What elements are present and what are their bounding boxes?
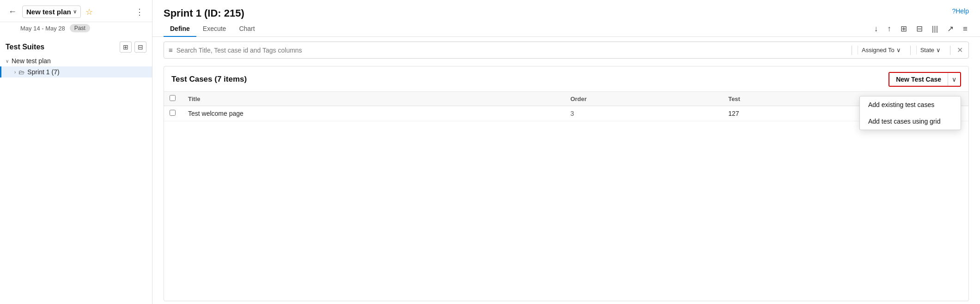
- state-filter[interactable]: State ∨: [916, 46, 944, 54]
- back-button[interactable]: ←: [6, 6, 19, 18]
- favorite-star-icon[interactable]: ☆: [85, 7, 93, 17]
- assigned-to-filter[interactable]: Assigned To ∨: [858, 46, 905, 54]
- state-label: State: [920, 47, 934, 54]
- test-suites-title: Test Suites: [6, 43, 44, 51]
- test-cases-header: Test Cases (7 items) New Test Case ∨: [164, 66, 968, 92]
- main-header: Sprint 1 (ID: 215) ?Help: [152, 0, 980, 19]
- col-test: Test: [723, 92, 855, 106]
- expand-icon[interactable]: ↗: [946, 23, 955, 35]
- root-suite-label: New test plan: [12, 57, 51, 65]
- row-test-id: 127: [723, 106, 855, 121]
- sprint-title: Sprint 1 (ID: 215): [164, 7, 244, 19]
- test-cases-section: Test Cases (7 items) New Test Case ∨ Tit…: [164, 66, 969, 301]
- state-chevron: ∨: [936, 47, 941, 54]
- test-cases-table-container: Title Order Test te Test welcome page 3 …: [164, 92, 968, 121]
- add-test-cases-grid-item[interactable]: Add test cases using grid: [860, 113, 961, 130]
- search-filter-icon: ≡: [169, 46, 173, 54]
- collapse-suite-button[interactable]: ⊟: [134, 42, 146, 53]
- main-content: Sprint 1 (ID: 215) ?Help Define Execute …: [152, 0, 980, 304]
- toolbar-icons: ↓ ↑ ⊞ ⊟ ||| ↗ ≡: [873, 23, 969, 35]
- search-close-icon[interactable]: ✕: [956, 45, 964, 55]
- suite-folder-icon: 🗁: [18, 69, 24, 76]
- more-options-icon[interactable]: ⋮: [133, 6, 146, 18]
- plan-title-button[interactable]: New test plan ∨: [22, 6, 81, 18]
- assigned-to-chevron: ∨: [896, 47, 901, 54]
- assigned-to-label: Assigned To: [862, 47, 895, 54]
- filter-separator-3: [950, 46, 950, 55]
- column-view-icon[interactable]: ⊟: [915, 23, 924, 35]
- grid-view-icon[interactable]: ⊞: [899, 23, 908, 35]
- test-suites-heading: Test Suites ⊞ ⊟: [0, 37, 152, 55]
- new-test-case-button[interactable]: New Test Case: [889, 73, 948, 86]
- table-header-row: Title Order Test te: [164, 92, 968, 106]
- child-suite-item[interactable]: › 🗁 Sprint 1 (7): [0, 66, 152, 77]
- sidebar-header: ← New test plan ∨ ☆ ⋮: [0, 0, 152, 22]
- test-cases-title: Test Cases (7 items): [171, 75, 889, 84]
- help-link[interactable]: ?Help: [952, 7, 969, 15]
- tab-chart[interactable]: Chart: [232, 21, 261, 37]
- date-range-label: May 14 - May 28: [20, 25, 65, 32]
- child-suite-label: Sprint 1 (7): [27, 68, 59, 76]
- filter-separator-2: [910, 46, 911, 55]
- col-checkbox: [164, 92, 183, 106]
- search-bar: ≡ Assigned To ∨ State ∨ ✕: [164, 42, 969, 59]
- sidebar-date-row: May 14 - May 28 Past: [0, 22, 152, 37]
- col-order: Order: [565, 92, 723, 106]
- new-test-case-dropdown-button[interactable]: ∨: [948, 73, 960, 86]
- root-suite-chevron: ∨: [6, 59, 9, 64]
- tab-execute[interactable]: Execute: [196, 21, 233, 37]
- suite-actions: ⊞ ⊟: [120, 42, 146, 53]
- tabs-bar: Define Execute Chart ↓ ↑ ⊞ ⊟ ||| ↗ ≡: [152, 21, 980, 37]
- add-suite-button[interactable]: ⊞: [120, 42, 132, 53]
- plan-title-label: New test plan: [26, 8, 71, 16]
- row-order: 3: [565, 106, 723, 121]
- export-icon[interactable]: ↑: [886, 24, 893, 35]
- sidebar: ← New test plan ∨ ☆ ⋮ May 14 - May 28 Pa…: [0, 0, 152, 304]
- new-test-case-button-group: New Test Case ∨: [889, 72, 961, 87]
- row-title: Test welcome page: [183, 106, 565, 121]
- col-title: Title: [183, 92, 565, 106]
- plan-title-chevron: ∨: [73, 9, 77, 15]
- add-existing-test-cases-item[interactable]: Add existing test cases: [860, 96, 961, 113]
- search-input[interactable]: [177, 47, 846, 54]
- new-test-case-dropdown-menu: Add existing test cases Add test cases u…: [859, 96, 961, 130]
- settings-icon[interactable]: ≡: [962, 24, 969, 35]
- select-all-checkbox[interactable]: [170, 95, 176, 101]
- import-icon[interactable]: ↓: [873, 24, 880, 35]
- filter-view-icon[interactable]: |||: [931, 24, 939, 35]
- filter-separator: [852, 46, 852, 55]
- row-checkbox[interactable]: [170, 110, 176, 116]
- root-suite-item[interactable]: ∨ New test plan: [0, 55, 152, 66]
- row-checkbox-cell: [164, 106, 183, 121]
- table-row: Test welcome page 3 127 ign: [164, 106, 968, 121]
- child-suite-chevron: ›: [14, 70, 16, 75]
- past-badge: Past: [70, 24, 90, 32]
- tab-define[interactable]: Define: [164, 21, 196, 37]
- test-cases-table: Title Order Test te Test welcome page 3 …: [164, 92, 968, 121]
